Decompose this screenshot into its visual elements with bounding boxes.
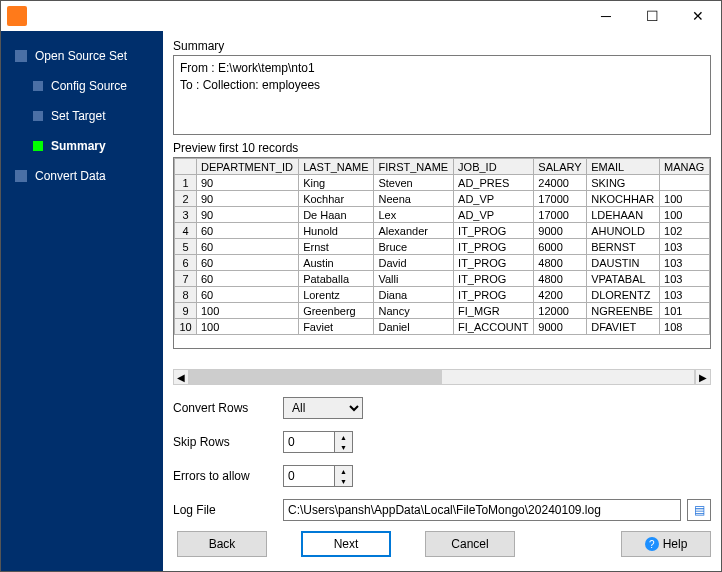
errors-input[interactable]: [284, 466, 334, 486]
cell: SKING: [587, 175, 660, 191]
summary-label: Summary: [173, 39, 711, 53]
convert-rows-label: Convert Rows: [173, 401, 283, 415]
cell: Lex: [374, 207, 454, 223]
app-icon: [7, 6, 27, 26]
column-header[interactable]: FIRST_NAME: [374, 159, 454, 175]
cell: FI_ACCOUNT: [454, 319, 534, 335]
maximize-button[interactable]: ☐: [629, 1, 675, 31]
errors-spinner[interactable]: ▲▼: [283, 465, 353, 487]
cell: 90: [197, 191, 299, 207]
cell: David: [374, 255, 454, 271]
skip-rows-label: Skip Rows: [173, 435, 283, 449]
table-row[interactable]: 290KochharNeenaAD_VP17000NKOCHHAR100: [175, 191, 710, 207]
cell: AD_PRES: [454, 175, 534, 191]
cell: 90: [197, 175, 299, 191]
cell: 101: [660, 303, 710, 319]
row-number: 7: [175, 271, 197, 287]
table-row[interactable]: 190KingStevenAD_PRES24000SKING: [175, 175, 710, 191]
cell: IT_PROG: [454, 287, 534, 303]
cell: DAUSTIN: [587, 255, 660, 271]
cell: 60: [197, 287, 299, 303]
chevron-down-icon[interactable]: ▼: [335, 476, 352, 486]
skip-rows-input[interactable]: [284, 432, 334, 452]
nav-set-target[interactable]: Set Target: [1, 101, 163, 131]
cell: Daniel: [374, 319, 454, 335]
horizontal-scrollbar[interactable]: ◀ ▶: [173, 369, 711, 385]
nav-config-source[interactable]: Config Source: [1, 71, 163, 101]
scroll-left-icon[interactable]: ◀: [173, 369, 189, 385]
column-header[interactable]: SALARY: [534, 159, 587, 175]
table-row[interactable]: 560ErnstBruceIT_PROG6000BERNST103: [175, 239, 710, 255]
table-row[interactable]: 760PataballaValliIT_PROG4800VPATABAL103: [175, 271, 710, 287]
table-row[interactable]: 9100GreenbergNancyFI_MGR12000NGREENBE101: [175, 303, 710, 319]
cell: 103: [660, 287, 710, 303]
back-button[interactable]: Back: [177, 531, 267, 557]
column-header[interactable]: LAST_NAME: [299, 159, 374, 175]
errors-label: Errors to allow: [173, 469, 283, 483]
cell: Hunold: [299, 223, 374, 239]
cell: 60: [197, 239, 299, 255]
cell: [660, 175, 710, 191]
row-number: 8: [175, 287, 197, 303]
table-row[interactable]: 860LorentzDianaIT_PROG4200DLORENTZ103: [175, 287, 710, 303]
preview-table: DEPARTMENT_IDLAST_NAMEFIRST_NAMEJOB_IDSA…: [173, 157, 711, 349]
cancel-button[interactable]: Cancel: [425, 531, 515, 557]
help-button[interactable]: ?Help: [621, 531, 711, 557]
row-number: 10: [175, 319, 197, 335]
document-icon: ▤: [694, 503, 705, 517]
cell: King: [299, 175, 374, 191]
cell: Ernst: [299, 239, 374, 255]
table-row[interactable]: 390De HaanLexAD_VP17000LDEHAAN100: [175, 207, 710, 223]
close-button[interactable]: ✕: [675, 1, 721, 31]
minimize-button[interactable]: ─: [583, 1, 629, 31]
skip-rows-spinner[interactable]: ▲▼: [283, 431, 353, 453]
nav-summary[interactable]: Summary: [1, 131, 163, 161]
table-row[interactable]: 460HunoldAlexanderIT_PROG9000AHUNOLD102: [175, 223, 710, 239]
browse-log-button[interactable]: ▤: [687, 499, 711, 521]
nav-label: Set Target: [51, 109, 105, 123]
scroll-right-icon[interactable]: ▶: [695, 369, 711, 385]
cell: 4800: [534, 255, 587, 271]
cell: Kochhar: [299, 191, 374, 207]
cell: NGREENBE: [587, 303, 660, 319]
table-row[interactable]: 10100FavietDanielFI_ACCOUNT9000DFAVIET10…: [175, 319, 710, 335]
cell: Austin: [299, 255, 374, 271]
cell: 12000: [534, 303, 587, 319]
nav-label: Config Source: [51, 79, 127, 93]
column-header[interactable]: DEPARTMENT_ID: [197, 159, 299, 175]
row-number: 3: [175, 207, 197, 223]
convert-rows-select[interactable]: All: [283, 397, 363, 419]
cell: 103: [660, 271, 710, 287]
cell: Lorentz: [299, 287, 374, 303]
cell: 90: [197, 207, 299, 223]
chevron-up-icon[interactable]: ▲: [335, 466, 352, 476]
nav-convert-data[interactable]: Convert Data: [1, 161, 163, 191]
column-header[interactable]: EMAIL: [587, 159, 660, 175]
cell: Diana: [374, 287, 454, 303]
cell: AD_VP: [454, 191, 534, 207]
table-row[interactable]: 660AustinDavidIT_PROG4800DAUSTIN103: [175, 255, 710, 271]
cell: 100: [660, 191, 710, 207]
cell: Faviet: [299, 319, 374, 335]
column-header[interactable]: JOB_ID: [454, 159, 534, 175]
scroll-thumb[interactable]: [190, 370, 442, 384]
nav-open-source-set[interactable]: Open Source Set: [1, 41, 163, 71]
log-file-input[interactable]: [283, 499, 681, 521]
cell: 100: [660, 207, 710, 223]
chevron-up-icon[interactable]: ▲: [335, 432, 352, 442]
cell: 6000: [534, 239, 587, 255]
cell: 4800: [534, 271, 587, 287]
cell: DLORENTZ: [587, 287, 660, 303]
nav-label: Summary: [51, 139, 106, 153]
cell: Nancy: [374, 303, 454, 319]
row-number: 9: [175, 303, 197, 319]
preview-label: Preview first 10 records: [173, 141, 711, 155]
column-header[interactable]: MANAG: [660, 159, 710, 175]
cell: Valli: [374, 271, 454, 287]
chevron-down-icon[interactable]: ▼: [335, 442, 352, 452]
next-button[interactable]: Next: [301, 531, 391, 557]
cell: FI_MGR: [454, 303, 534, 319]
cell: 103: [660, 255, 710, 271]
row-number: 1: [175, 175, 197, 191]
cell: Greenberg: [299, 303, 374, 319]
